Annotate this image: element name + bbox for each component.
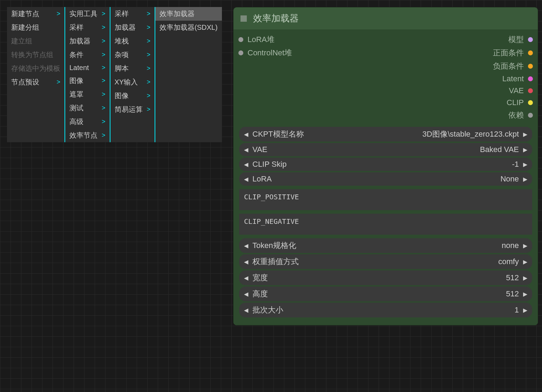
widget-value[interactable]: None — [280, 174, 519, 184]
widget-value[interactable]: none — [305, 241, 519, 250]
decrement-icon[interactable]: ◀ — [244, 176, 248, 183]
widget-value[interactable]: 512 — [276, 289, 519, 298]
decrement-icon[interactable]: ◀ — [244, 131, 248, 138]
menu-item[interactable]: 效率节点> — [65, 129, 110, 142]
menu-item[interactable]: 新建节点> — [7, 7, 65, 21]
output-port[interactable]: 正面条件 — [491, 46, 535, 60]
increment-icon[interactable]: ▶ — [523, 275, 527, 281]
menu-item[interactable]: 采样> — [65, 21, 110, 34]
increment-icon[interactable]: ▶ — [523, 291, 527, 297]
menu-item[interactable]: 新建分组 — [7, 21, 65, 34]
menu-item-label: 加载器 — [69, 36, 90, 46]
widget-value[interactable]: 1 — [292, 305, 519, 315]
widget-row[interactable]: ◀批次大小1▶ — [239, 303, 532, 317]
submenu-arrow-icon: > — [147, 24, 151, 31]
menu-item: 转换为节点组 — [7, 48, 65, 62]
menu-item[interactable]: 脚本> — [110, 62, 155, 75]
widget-label: 高度 — [252, 289, 268, 299]
increment-icon[interactable]: ▶ — [523, 259, 527, 265]
menu-item[interactable]: 效率加载器(SDXL) — [155, 21, 222, 34]
menu-item[interactable]: XY输入> — [110, 75, 155, 89]
menu-item[interactable]: 简易运算> — [110, 103, 155, 116]
menu-item[interactable]: 节点预设> — [7, 75, 65, 89]
menu-item-label: Latent — [69, 64, 89, 72]
port-label: CLIP — [507, 98, 524, 107]
menu-item-label: 高级 — [69, 117, 83, 126]
increment-icon[interactable]: ▶ — [523, 307, 527, 314]
widget-row[interactable]: ◀宽度512▶ — [239, 270, 532, 285]
submenu-arrow-icon: > — [102, 64, 106, 71]
widget-row[interactable]: ◀权重插值方式comfy▶ — [239, 254, 532, 269]
decrement-icon[interactable]: ◀ — [244, 307, 248, 314]
widget-row[interactable]: ◀VAEBaked VAE▶ — [239, 143, 532, 156]
menu-item[interactable]: 图像> — [65, 74, 110, 88]
submenu-arrow-icon: > — [147, 92, 151, 99]
output-port[interactable]: 依赖 — [506, 109, 535, 122]
increment-icon[interactable]: ▶ — [523, 161, 527, 168]
menu-item: 建立组 — [7, 34, 65, 48]
clip-positive-input[interactable]: CLIP_POSITIVE — [239, 189, 532, 210]
context-menu: 新建节点>新建分组建立组转换为节点组存储选中为模板节点预设> 实用工具>采样>加… — [7, 7, 222, 142]
input-port[interactable]: LoRA堆 — [236, 33, 294, 46]
submenu-arrow-icon: > — [102, 91, 106, 98]
menu-item[interactable]: 遮罩> — [65, 88, 110, 101]
node-body: LoRA堆ControlNet堆 模型正面条件负面条件LatentVAECLIP… — [233, 29, 538, 325]
menu-item[interactable]: 采样> — [110, 7, 155, 21]
menu-item-label: 采样 — [69, 23, 83, 32]
submenu-arrow-icon: > — [102, 10, 106, 18]
port-label: VAE — [509, 86, 524, 95]
clip-negative-input[interactable]: CLIP_NEGATIVE — [239, 214, 532, 235]
port-dot-icon — [528, 37, 533, 42]
outputs-column: 模型正面条件负面条件LatentVAECLIP依赖 — [491, 33, 535, 122]
menu-item[interactable]: Latent> — [65, 62, 110, 74]
menu-item-label: 加载器 — [115, 23, 136, 32]
port-dot-icon — [528, 64, 533, 69]
widget-value[interactable]: 3D图像\stable_zero123.ckpt — [312, 129, 519, 139]
menu-item[interactable]: 堆栈> — [110, 34, 155, 48]
menu-item-label: 遮罩 — [69, 90, 83, 99]
increment-icon[interactable]: ▶ — [523, 176, 527, 183]
menu-item[interactable]: 条件> — [65, 48, 110, 62]
menu-item-label: 简易运算 — [115, 105, 143, 114]
output-port[interactable]: 模型 — [506, 33, 535, 46]
widget-row[interactable]: ◀CLIP Skip-1▶ — [239, 158, 532, 171]
menu-item[interactable]: 加载器> — [110, 21, 155, 34]
widget-value[interactable]: 512 — [276, 273, 519, 282]
menu-item[interactable]: 效率加载器 — [155, 7, 222, 21]
port-dot-icon — [528, 76, 533, 81]
menu-item[interactable]: 实用工具> — [65, 7, 110, 21]
output-port[interactable]: VAE — [507, 85, 535, 97]
node-header[interactable]: 效率加载器 — [233, 7, 538, 29]
decrement-icon[interactable]: ◀ — [244, 161, 248, 168]
menu-item[interactable]: 加载器> — [65, 34, 110, 48]
increment-icon[interactable]: ▶ — [523, 146, 527, 153]
node-efficiency-loader[interactable]: 效率加载器 LoRA堆ControlNet堆 模型正面条件负面条件LatentV… — [233, 7, 538, 325]
submenu-arrow-icon: > — [102, 104, 106, 112]
menu-item-label: XY输入 — [115, 77, 138, 87]
decrement-icon[interactable]: ◀ — [244, 291, 248, 297]
widget-value[interactable]: Baked VAE — [276, 145, 519, 154]
decrement-icon[interactable]: ◀ — [244, 275, 248, 281]
increment-icon[interactable]: ▶ — [523, 242, 527, 249]
widget-row[interactable]: ◀LoRANone▶ — [239, 172, 532, 186]
port-dot-icon — [238, 50, 243, 55]
menu-item[interactable]: 测试> — [65, 101, 110, 115]
widget-value[interactable]: comfy — [307, 257, 519, 266]
collapse-icon[interactable] — [240, 15, 247, 22]
output-port[interactable]: CLIP — [504, 97, 535, 109]
widget-value[interactable]: -1 — [295, 160, 519, 169]
widget-row[interactable]: ◀高度512▶ — [239, 287, 532, 301]
widget-row[interactable]: ◀Token规格化none▶ — [239, 238, 532, 253]
increment-icon[interactable]: ▶ — [523, 131, 527, 138]
input-port[interactable]: ControlNet堆 — [236, 46, 294, 60]
menu-item[interactable]: 高级> — [65, 115, 110, 129]
decrement-icon[interactable]: ◀ — [244, 259, 248, 265]
decrement-icon[interactable]: ◀ — [244, 146, 248, 153]
decrement-icon[interactable]: ◀ — [244, 242, 248, 249]
menu-item[interactable]: 杂项> — [110, 48, 155, 62]
menu-item[interactable]: 图像> — [110, 89, 155, 103]
widget-row[interactable]: ◀CKPT模型名称3D图像\stable_zero123.ckpt▶ — [239, 127, 532, 142]
output-port[interactable]: 负面条件 — [491, 60, 535, 73]
menu-item-label: 条件 — [69, 50, 83, 60]
output-port[interactable]: Latent — [500, 73, 535, 85]
